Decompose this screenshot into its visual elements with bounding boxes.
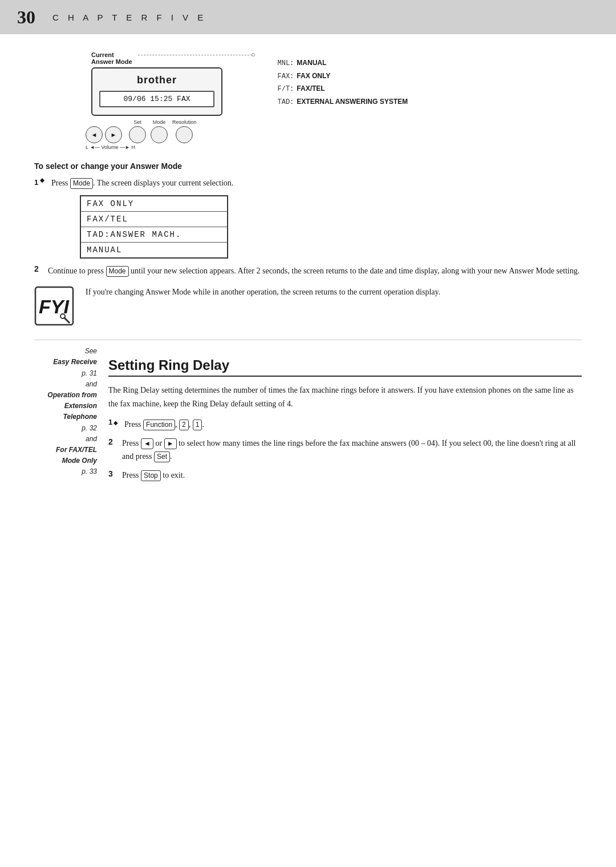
chapter-title: C H A P T E R F I V E xyxy=(52,13,206,22)
ring-step3-content: Press Stop to exit. xyxy=(122,469,582,482)
sidebar-easy-receive: Easy Receive xyxy=(53,358,97,366)
sidebar-p32: p. 32 xyxy=(34,423,97,434)
mode-mnl: MNL: MANUAL xyxy=(278,57,408,70)
ring-delay-body: The Ring Delay setting determines the nu… xyxy=(108,384,582,411)
sidebar-operation: Operation from xyxy=(47,391,97,399)
fyi-icon: FYI xyxy=(34,286,74,328)
step1-number: 1 ◆ xyxy=(34,176,51,187)
resolution-label: Resolution xyxy=(172,119,197,125)
ring-delay-main: Setting Ring Delay The Ring Delay settin… xyxy=(108,346,582,487)
sidebar-see: See xyxy=(34,346,97,357)
fax-brand: brother xyxy=(99,74,214,86)
separator xyxy=(34,340,582,340)
sidebar-telephone: Telephone xyxy=(63,413,97,421)
mode-label: Mode xyxy=(153,119,166,125)
key-2: 2 xyxy=(179,420,189,430)
ring-step3-num: 3 xyxy=(108,469,122,479)
ring-step1-content: Press Function, 2, 1. xyxy=(124,418,582,431)
mode-indicators: MNL: MANUAL FAX: FAX ONLY F/T: FAX/TEL T… xyxy=(278,57,408,150)
sidebar-extension: Extension xyxy=(64,402,97,410)
step1-row: 1 ◆ Press Mode. The screen displays your… xyxy=(34,176,582,189)
lcd-manual: MANUAL xyxy=(81,243,227,257)
device-section: Current Answer Mode brother 09/06 15:25 … xyxy=(34,51,582,150)
select-change-heading: To select or change your Answer Mode xyxy=(34,162,582,171)
sidebar-mode-only: Mode Only xyxy=(62,457,97,465)
mode-ft: F/T: FAX/TEL xyxy=(278,83,408,96)
set-button[interactable] xyxy=(129,126,146,143)
set-label: Set xyxy=(133,119,141,125)
mode-fax: FAX: FAX ONLY xyxy=(278,70,408,83)
ring-delay-section: See Easy Receive p. 31 and Operation fro… xyxy=(34,346,582,487)
lcd-fax-tel: FAX/TEL xyxy=(81,212,227,227)
fyi-section: FYI If you're changing Answer Mode while… xyxy=(34,286,582,328)
ring-step3: 3 Press Stop to exit. xyxy=(108,469,582,482)
main-content: Current Answer Mode brother 09/06 15:25 … xyxy=(0,34,616,505)
device-left: Current Answer Mode brother 09/06 15:25 … xyxy=(34,51,255,150)
function-key: Function xyxy=(143,420,175,430)
current-answer-label: Current Answer Mode xyxy=(91,51,132,65)
ring-step2: 2 Press ◄ or ► to select how many times … xyxy=(108,437,582,463)
fyi-text: If you're changing Answer Mode while in … xyxy=(86,286,440,328)
sidebar-p31: p. 31 xyxy=(34,368,97,379)
fax-screen: 09/06 15:25 FAX xyxy=(99,91,214,107)
set-key: Set xyxy=(154,451,170,462)
lcd-tad: TAD:ANSWER MACH. xyxy=(81,227,227,243)
right-arrow-key: ► xyxy=(164,438,177,449)
volume-label: L ◄— Volume —► H xyxy=(86,144,135,150)
left-arrow-key: ◄ xyxy=(141,438,153,449)
svg-text:FYI: FYI xyxy=(39,296,70,317)
step2-number: 2 xyxy=(34,264,48,273)
ring-delay-title: Setting Ring Delay xyxy=(108,357,582,377)
lcd-options: FAX ONLY FAX/TEL TAD:ANSWER MACH. MANUAL xyxy=(80,195,228,259)
key-1: 1 xyxy=(193,420,202,430)
right-arrow-button[interactable]: ► xyxy=(105,126,122,143)
header-bar: 30 C H A P T E R F I V E xyxy=(0,0,616,34)
step1-content: Press Mode. The screen displays your cur… xyxy=(51,176,582,189)
mode-button[interactable] xyxy=(151,126,168,143)
answer-mode-label: Answer Mode xyxy=(91,58,132,65)
chapter-number: 30 xyxy=(17,7,35,28)
sidebar-and2: and xyxy=(34,434,97,445)
step2-row: 2 Continue to press Mode until your new … xyxy=(34,264,582,277)
ring-step2-content: Press ◄ or ► to select how many times th… xyxy=(122,437,582,463)
sidebar-for: For FAX/TEL xyxy=(56,446,97,454)
stop-key: Stop xyxy=(141,470,161,481)
mode-tad: TAD: EXTERNAL ANSWERING SYSTEM xyxy=(278,96,408,109)
resolution-button[interactable] xyxy=(176,126,193,143)
sidebar-p33: p. 33 xyxy=(34,466,97,477)
step2-content: Continue to press Mode until your new se… xyxy=(48,264,582,277)
ring-step2-num: 2 xyxy=(108,437,122,447)
sidebar-and1: and xyxy=(34,379,97,390)
left-arrow-button[interactable]: ◄ xyxy=(86,126,103,143)
mode-key-badge-2: Mode xyxy=(106,266,129,277)
lcd-fax-only: FAX ONLY xyxy=(81,196,227,212)
ring-step1: 1 ◆ Press Function, 2, 1. xyxy=(108,418,582,431)
sidebar-note: See Easy Receive p. 31 and Operation fro… xyxy=(34,346,97,487)
current-label: Current xyxy=(91,51,114,58)
mode-key-badge: Mode xyxy=(70,178,93,189)
ring-step1-num: 1 ◆ xyxy=(108,418,124,426)
fax-machine: brother 09/06 15:25 FAX xyxy=(91,67,222,116)
